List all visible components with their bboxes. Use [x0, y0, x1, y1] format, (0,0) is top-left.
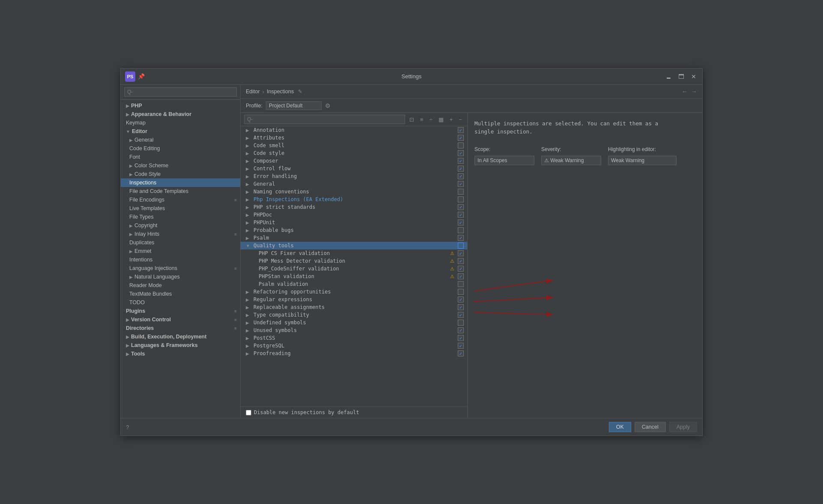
sidebar-item-keymap[interactable]: Keymap — [121, 119, 240, 127]
inspection-checkbox[interactable]: ✓ — [458, 266, 464, 272]
inspection-checkbox[interactable] — [458, 189, 464, 195]
sidebar-item-file-code-templates[interactable]: File and Code Templates — [121, 187, 240, 196]
help-icon[interactable]: ? — [126, 424, 129, 430]
list-item[interactable]: ▶ Composer ✓ — [241, 157, 467, 165]
sidebar-item-php[interactable]: ▶ PHP — [121, 101, 240, 110]
list-item[interactable]: ▼ Quality tools — [241, 242, 467, 249]
list-item[interactable]: ▶ Php Inspections (EA Extended) — [241, 196, 467, 203]
profile-gear-icon[interactable]: ⚙ — [325, 102, 331, 109]
sidebar-item-tools[interactable]: ▶ Tools — [121, 350, 240, 358]
inspection-checkbox[interactable]: ✓ — [458, 343, 464, 349]
sidebar-item-directories[interactable]: Directories ≡ — [121, 324, 240, 332]
list-item[interactable]: ▶ Attributes ✓ — [241, 134, 467, 142]
inspection-checkbox[interactable] — [458, 196, 464, 202]
inspection-checkbox[interactable]: ✓ — [458, 273, 464, 279]
list-item[interactable]: ▶ Probable bugs — [241, 226, 467, 234]
sidebar-item-textmate-bundles[interactable]: TextMate Bundles — [121, 290, 240, 298]
ok-button[interactable]: OK — [609, 422, 631, 432]
close-button[interactable]: ✕ — [689, 72, 698, 81]
list-item[interactable]: ▶ PHPUnit ✓ — [241, 219, 467, 226]
sidebar-item-code-editing[interactable]: Code Editing — [121, 144, 240, 153]
expand-all-icon[interactable]: ≡ — [418, 116, 425, 124]
list-item[interactable]: PHP_CodeSniffer validation ⚠ ✓ — [241, 265, 467, 273]
inspection-checkbox[interactable]: ✓ — [458, 235, 464, 241]
list-item[interactable]: PHP CS Fixer validation ⚠ ✓ — [241, 249, 467, 257]
sidebar-item-duplicates[interactable]: Duplicates — [121, 238, 240, 247]
list-item[interactable]: ▶ Error handling ✓ — [241, 172, 467, 180]
inspection-checkbox[interactable]: ✓ — [458, 181, 464, 187]
list-item[interactable]: ▶ PostgreSQL ✓ — [241, 342, 467, 350]
inspection-checkbox[interactable]: ✓ — [458, 219, 464, 225]
sidebar-item-emmet[interactable]: ▶ Emmet — [121, 247, 240, 255]
minimize-button[interactable]: 🗕 — [664, 72, 673, 81]
sidebar-item-live-templates[interactable]: Live Templates — [121, 204, 240, 213]
sidebar-item-general[interactable]: ▶ General — [121, 136, 240, 144]
nav-back-button[interactable]: ← — [682, 88, 688, 95]
sidebar-item-editor[interactable]: ▼ Editor — [121, 127, 240, 136]
inspection-checkbox[interactable]: ✓ — [458, 250, 464, 256]
sidebar-item-inspections[interactable]: Inspections — [121, 178, 240, 187]
scope-select[interactable]: In All Scopes Project Files Open Files — [474, 156, 534, 165]
list-item[interactable]: ▶ Replaceable assignments ✓ — [241, 303, 467, 311]
highlighting-select[interactable]: Weak Warning Error Warning None — [608, 156, 677, 165]
sidebar-item-inlay-hints[interactable]: ▶ Inlay Hints ≡ — [121, 230, 240, 238]
inspection-checkbox[interactable]: ✓ — [458, 127, 464, 133]
minus-icon[interactable]: − — [457, 116, 464, 124]
sidebar-item-appearance[interactable]: ▶ Appearance & Behavior — [121, 110, 240, 119]
list-item[interactable]: ▶ Naming conventions — [241, 188, 467, 196]
collapse-all-icon[interactable]: ÷ — [428, 116, 434, 124]
sidebar-item-font[interactable]: Font — [121, 153, 240, 161]
sidebar-item-plugins[interactable]: Plugins ≡ — [121, 307, 240, 315]
inspection-checkbox[interactable]: ✓ — [458, 327, 464, 333]
disable-new-inspections-checkbox[interactable] — [246, 410, 251, 415]
sidebar-item-color-scheme[interactable]: ▶ Color Scheme — [121, 161, 240, 170]
profile-select[interactable]: Project Default Default — [266, 101, 322, 110]
list-item[interactable]: ▶ PostCSS ✓ — [241, 334, 467, 342]
list-item[interactable]: ▶ Proofreading ✓ — [241, 350, 467, 357]
sidebar-item-copyright[interactable]: ▶ Copyright — [121, 221, 240, 230]
inspection-checkbox[interactable] — [458, 243, 464, 249]
cancel-button[interactable]: Cancel — [635, 422, 666, 432]
sidebar-item-file-types[interactable]: File Types — [121, 213, 240, 221]
severity-select[interactable]: ⚠ Weak Warning Error Warning Information — [541, 156, 601, 165]
sidebar-search-input[interactable] — [124, 87, 237, 97]
apply-button[interactable]: Apply — [669, 422, 697, 432]
sidebar-item-reader-mode[interactable]: Reader Mode — [121, 281, 240, 290]
list-item[interactable]: ▶ Type compatibility ✓ — [241, 311, 467, 319]
inspection-checkbox[interactable] — [458, 227, 464, 233]
inspection-checkbox[interactable] — [458, 142, 464, 148]
sidebar-item-languages[interactable]: ▶ Languages & Frameworks — [121, 341, 240, 350]
inspection-checkbox[interactable]: ✓ — [458, 312, 464, 318]
inspection-checkbox[interactable]: ✓ — [458, 150, 464, 156]
list-item[interactable]: PHPStan validation ⚠ ✓ — [241, 273, 467, 280]
sidebar-item-file-encodings[interactable]: File Encodings ≡ — [121, 196, 240, 204]
inspection-checkbox[interactable] — [458, 281, 464, 287]
add-icon[interactable]: + — [448, 116, 455, 124]
sidebar-item-code-style[interactable]: ▶ Code Style — [121, 170, 240, 178]
inspection-checkbox[interactable]: ✓ — [458, 350, 464, 356]
inspection-checkbox[interactable]: ✓ — [458, 135, 464, 141]
group-icon[interactable]: ▦ — [437, 116, 445, 124]
sidebar-item-todo[interactable]: TODO — [121, 298, 240, 307]
sidebar-item-build[interactable]: ▶ Build, Execution, Deployment — [121, 332, 240, 341]
sidebar-item-language-injections[interactable]: Language Injections ≡ — [121, 264, 240, 273]
nav-forward-button[interactable]: → — [691, 88, 697, 95]
list-item[interactable]: ▶ PHPDoc ✓ — [241, 211, 467, 219]
inspection-checkbox[interactable] — [458, 289, 464, 295]
list-item[interactable]: ▶ Undefined symbols — [241, 319, 467, 326]
filter-icon[interactable]: ⊡ — [408, 116, 416, 124]
inspection-checkbox[interactable]: ✓ — [458, 212, 464, 218]
list-item[interactable]: ▶ PHP strict standards ✓ — [241, 203, 467, 211]
list-item[interactable]: Psalm validation — [241, 280, 467, 288]
list-item[interactable]: ▶ Control flow ✓ — [241, 165, 467, 172]
inspection-checkbox[interactable]: ✓ — [458, 158, 464, 164]
disable-new-inspections-label[interactable]: Disable new inspections by default — [246, 409, 359, 415]
list-item[interactable]: ▶ Regular expressions ✓ — [241, 296, 467, 303]
sidebar-item-intentions[interactable]: Intentions — [121, 255, 240, 264]
maximize-button[interactable]: 🗖 — [677, 72, 686, 81]
list-item[interactable]: ▶ Unused symbols ✓ — [241, 326, 467, 334]
list-item[interactable]: ▶ Psalm ✓ — [241, 234, 467, 242]
list-item[interactable]: ▶ General ✓ — [241, 180, 467, 188]
list-item[interactable]: ▶ Code style ✓ — [241, 149, 467, 157]
inspection-checkbox[interactable]: ✓ — [458, 296, 464, 302]
